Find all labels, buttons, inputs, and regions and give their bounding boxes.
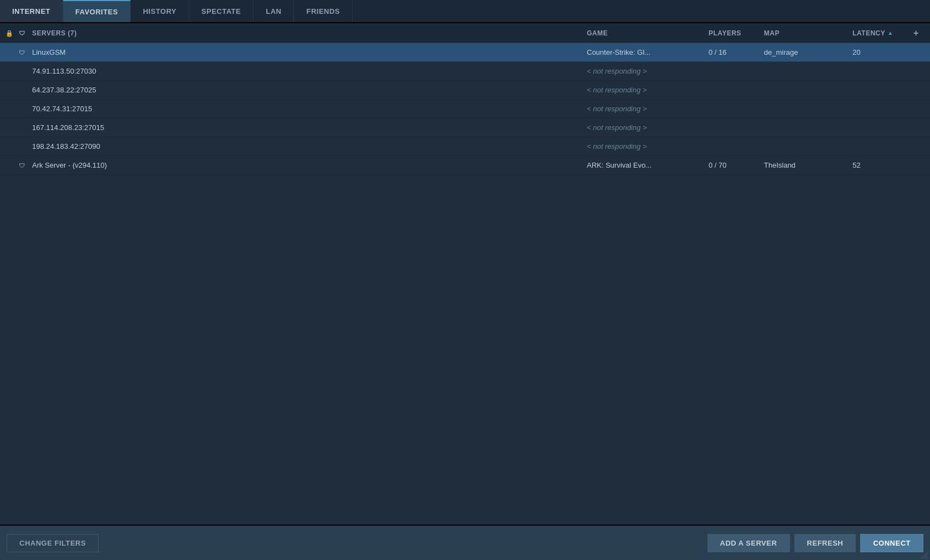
add-server-button[interactable]: ADD A SERVER xyxy=(707,534,790,552)
connect-button[interactable]: CONNECT xyxy=(860,534,923,552)
map-label: MAP xyxy=(764,29,779,37)
server-latency-cell: 20 xyxy=(852,48,908,56)
table-row[interactable]: 64.237.38.22:27025< not responding > xyxy=(0,81,930,100)
table-row[interactable]: 70.42.74.31:27015< not responding > xyxy=(0,100,930,118)
server-name-text: 198.24.183.42:27090 xyxy=(32,142,100,151)
server-name-text: 167.114.208.23:27015 xyxy=(32,123,104,132)
server-map-cell: de_mirage xyxy=(764,48,852,56)
server-map-cell: TheIsland xyxy=(764,161,852,169)
col-add-header[interactable]: + xyxy=(908,28,924,38)
table-row[interactable]: 🛡LinuxGSMCounter-Strike: Gl...0 / 16de_m… xyxy=(0,43,930,62)
table-row[interactable]: 198.24.183.42:27090< not responding > xyxy=(0,137,930,156)
col-game-header[interactable]: GAME xyxy=(587,29,709,37)
server-list: 🛡LinuxGSMCounter-Strike: Gl...0 / 16de_m… xyxy=(0,43,930,525)
tab-lan[interactable]: LAN xyxy=(254,0,294,22)
server-name-cell: LinuxGSM xyxy=(32,48,587,56)
server-name-cell: 74.91.113.50:27030 xyxy=(32,67,587,75)
server-name-cell: 70.42.74.31:27015 xyxy=(32,105,587,113)
server-game-cell: < not responding > xyxy=(587,86,709,94)
col-lock-header: 🔒 xyxy=(6,29,19,37)
add-server-plus-icon: + xyxy=(913,28,919,38)
server-name-cell: 64.237.38.22:27025 xyxy=(32,86,587,94)
vac-cell: 🛡 xyxy=(19,49,32,56)
table-header: 🔒 🛡 SERVERS (7) GAME PLAYERS MAP LATENCY… xyxy=(0,23,930,43)
bottom-right-buttons: ADD A SERVER REFRESH CONNECT xyxy=(707,534,923,552)
table-row[interactable]: 🛡Ark Server - (v294.110)ARK: Survival Ev… xyxy=(0,156,930,175)
tab-bar: INTERNETFAVORITESHISTORYSPECTATELANFRIEN… xyxy=(0,0,930,23)
tab-internet[interactable]: INTERNET xyxy=(0,0,63,22)
col-vac-header: 🛡 xyxy=(19,29,32,37)
sort-asc-icon: ▲ xyxy=(887,30,893,36)
server-game-cell: ARK: Survival Evo... xyxy=(587,161,709,169)
server-players-cell: 0 / 16 xyxy=(709,48,764,56)
server-name-text: 64.237.38.22:27025 xyxy=(32,86,96,94)
server-name-text: Ark Server - (v294.110) xyxy=(32,161,107,169)
col-latency-header[interactable]: LATENCY ▲ xyxy=(852,29,908,37)
tab-spectate[interactable]: SPECTATE xyxy=(189,0,254,22)
server-game-cell: Counter-Strike: Gl... xyxy=(587,48,709,56)
refresh-button[interactable]: REFRESH xyxy=(794,534,856,552)
main-layout: 🔒 🛡 SERVERS (7) GAME PLAYERS MAP LATENCY… xyxy=(0,23,930,560)
game-label: GAME xyxy=(587,29,608,37)
table-row[interactable]: 167.114.208.23:27015< not responding > xyxy=(0,118,930,137)
server-game-cell: < not responding > xyxy=(587,67,709,75)
server-latency-cell: 52 xyxy=(852,161,908,169)
change-filters-button[interactable]: CHANGE FILTERS xyxy=(7,534,99,552)
server-game-cell: < not responding > xyxy=(587,123,709,132)
server-name-cell: Ark Server - (v294.110) xyxy=(32,161,587,169)
server-name-text: 74.91.113.50:27030 xyxy=(32,67,96,75)
col-players-header[interactable]: PLAYERS xyxy=(709,29,764,37)
lock-icon: 🔒 xyxy=(6,30,14,37)
vac-icon-header: 🛡 xyxy=(19,30,25,37)
tab-favorites[interactable]: FAVORITES xyxy=(63,0,131,22)
col-map-header[interactable]: MAP xyxy=(764,29,852,37)
server-game-cell: < not responding > xyxy=(587,142,709,151)
col-servers-header[interactable]: SERVERS (7) xyxy=(32,29,587,37)
resize-handle[interactable] xyxy=(921,552,928,559)
server-name-cell: 198.24.183.42:27090 xyxy=(32,142,587,151)
table-row[interactable]: 74.91.113.50:27030< not responding > xyxy=(0,62,930,81)
server-players-cell: 0 / 70 xyxy=(709,161,764,169)
server-name-text: 70.42.74.31:27015 xyxy=(32,105,92,113)
server-name-text: LinuxGSM xyxy=(32,48,66,56)
vac-cell: 🛡 xyxy=(19,162,32,169)
server-name-cell: 167.114.208.23:27015 xyxy=(32,123,587,132)
tab-history[interactable]: HISTORY xyxy=(131,0,189,22)
server-game-cell: < not responding > xyxy=(587,105,709,113)
svg-line-2 xyxy=(927,558,928,559)
players-label: PLAYERS xyxy=(709,29,741,37)
servers-count-label: SERVERS (7) xyxy=(32,29,77,37)
bottom-bar: CHANGE FILTERS ADD A SERVER REFRESH CONN… xyxy=(0,525,930,560)
tab-friends[interactable]: FRIENDS xyxy=(294,0,353,22)
latency-label: LATENCY xyxy=(852,29,885,37)
